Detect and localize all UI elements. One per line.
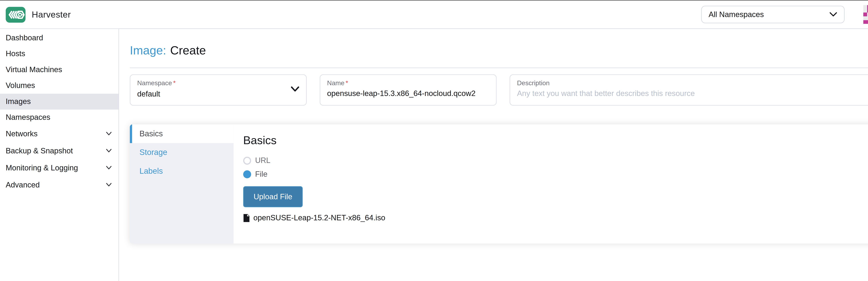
name-label: Name*	[327, 80, 489, 87]
chevron-down-icon	[106, 183, 112, 187]
sidebar-item-volumes[interactable]: Volumes	[0, 78, 118, 93]
required-asterisk: *	[346, 80, 348, 86]
chevron-down-icon	[106, 149, 112, 153]
basics-heading: Basics	[243, 134, 385, 147]
sidebar-group-label: Networks	[6, 130, 38, 138]
page-title-action: Create	[170, 44, 206, 57]
description-field[interactable]: Description	[510, 75, 868, 106]
sidebar-item-virtual-machines[interactable]: Virtual Machines	[0, 62, 118, 78]
radio-selected-icon[interactable]	[243, 170, 251, 178]
radio-url-label: URL	[255, 156, 270, 165]
form-fields-row: Namespace* default Name* Description	[130, 75, 868, 106]
chevron-down-icon	[106, 166, 112, 170]
sidebar-group-label: Backup & Snapshot	[6, 146, 73, 155]
chevron-down-icon	[829, 12, 837, 17]
sidebar: Dashboard Hosts Virtual Machines Volumes…	[0, 29, 119, 281]
sidebar-item-hosts[interactable]: Hosts	[0, 46, 118, 62]
tab-storage[interactable]: Storage	[130, 143, 234, 162]
uploaded-file-row: openSUSE-Leap-15.2-NET-x86_64.iso	[243, 214, 385, 222]
radio-url[interactable]: URL	[243, 156, 385, 165]
radio-file[interactable]: File	[243, 170, 385, 178]
field-label-text: Name	[327, 80, 344, 86]
page-title: Image: Create	[130, 44, 868, 57]
tab-labels[interactable]: Labels	[130, 162, 234, 181]
basics-panel: Basics URL File Upload File openSUSE-Lea…	[234, 124, 385, 244]
page-title-resource: Image:	[130, 44, 166, 57]
name-field[interactable]: Name*	[320, 75, 497, 106]
description-input[interactable]	[517, 88, 868, 99]
upload-file-button[interactable]: Upload File	[243, 186, 303, 207]
radio-unselected-icon[interactable]	[243, 157, 251, 165]
description-label: Description	[517, 80, 868, 87]
sidebar-group-networks[interactable]: Networks	[0, 125, 118, 143]
app-title: Harvester	[32, 9, 71, 20]
namespace-label: Namespace*	[137, 80, 299, 87]
sidebar-group-label: Advanced	[6, 180, 40, 189]
name-input[interactable]	[327, 88, 489, 99]
sidebar-item-namespaces[interactable]: Namespaces	[0, 110, 118, 125]
tab-column: Basics Storage Labels	[130, 124, 234, 244]
harvester-app: Harvester All Namespaces Dashboard Hosts…	[0, 0, 868, 281]
chevron-down-icon	[291, 86, 299, 92]
top-header: Harvester All Namespaces	[0, 1, 868, 29]
sidebar-item-dashboard[interactable]: Dashboard	[0, 30, 118, 46]
namespace-field[interactable]: Namespace* default	[130, 75, 307, 106]
field-label-text: Namespace	[137, 80, 172, 86]
file-icon	[243, 214, 249, 222]
radio-file-label: File	[255, 170, 267, 178]
sidebar-item-images[interactable]: Images	[0, 94, 118, 110]
tab-basics[interactable]: Basics	[130, 124, 234, 143]
namespace-filter-select[interactable]: All Namespaces	[701, 6, 844, 23]
sidebar-group-advanced[interactable]: Advanced	[0, 177, 118, 194]
user-avatar[interactable]	[863, 5, 868, 24]
title-divider	[130, 68, 868, 68]
sidebar-group-monitoring-logging[interactable]: Monitoring & Logging	[0, 160, 118, 177]
harvester-logo-icon	[6, 7, 26, 22]
required-asterisk: *	[173, 80, 176, 86]
namespace-value: default	[137, 89, 299, 99]
main-content: Image: Create Namespace* default Name*	[119, 29, 868, 281]
sidebar-group-backup-snapshot[interactable]: Backup & Snapshot	[0, 143, 118, 160]
chevron-down-icon	[106, 132, 112, 136]
create-image-card: Basics Storage Labels Basics URL File Up…	[130, 124, 868, 244]
sidebar-group-label: Monitoring & Logging	[6, 164, 78, 172]
namespace-filter-value: All Namespaces	[709, 10, 830, 19]
uploaded-file-name: openSUSE-Leap-15.2-NET-x86_64.iso	[253, 214, 385, 222]
